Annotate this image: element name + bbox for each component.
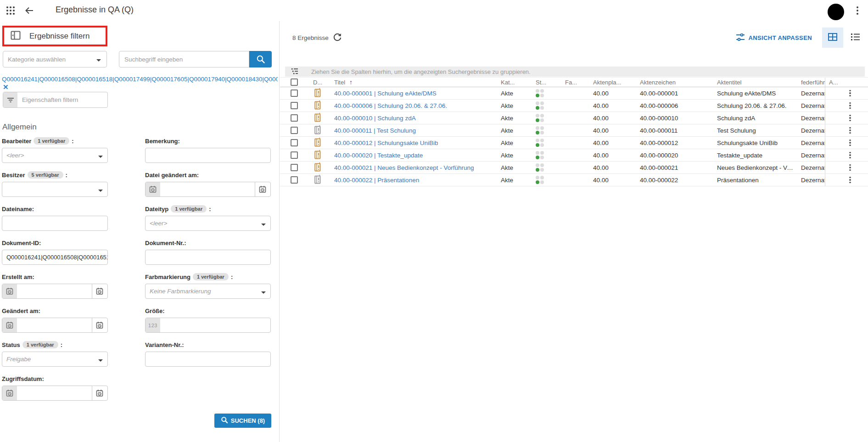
date-field[interactable] bbox=[145, 182, 271, 197]
overflow-menu-icon[interactable] bbox=[853, 5, 862, 16]
farbmarkierung-cell bbox=[561, 100, 589, 112]
row-checkbox-cell bbox=[280, 162, 308, 173]
row-menu-icon[interactable] bbox=[849, 90, 851, 97]
doc-type-cell bbox=[308, 137, 325, 149]
calendar-picker-button[interactable] bbox=[92, 386, 107, 400]
row-checkbox-cell bbox=[280, 137, 308, 149]
apps-grid-icon[interactable] bbox=[6, 6, 15, 15]
titel-cell: 40.00-000022 | Präsentationen bbox=[325, 174, 498, 186]
properties-filter-input[interactable]: Eigenschaften filtern bbox=[3, 92, 108, 108]
column-header-federfuehrend[interactable]: federführend bbox=[796, 78, 825, 87]
record-title-link[interactable]: 40.00-000010 | Schulung zdA bbox=[334, 115, 416, 122]
column-header-aktionen[interactable]: A... bbox=[825, 78, 868, 87]
actions-cell bbox=[825, 124, 868, 136]
column-header-aktentitel[interactable]: Aktentitel bbox=[711, 78, 796, 87]
column-header-status[interactable]: St... bbox=[531, 78, 561, 87]
record-title-link[interactable]: 40.00-000021 | Neues Bedienkonzept - Vor… bbox=[334, 164, 474, 171]
group-hint-text: Ziehen Sie die Spalten hierhin, um die a… bbox=[311, 68, 531, 75]
numeric-prefix: 123 bbox=[146, 318, 160, 332]
status-dots bbox=[536, 139, 544, 147]
filter-field-farbmarkierung: Farbmarkierung1 verfügbar:Keine Farbmark… bbox=[145, 273, 271, 299]
suchen-button[interactable]: SUCHEN (8) bbox=[214, 414, 271, 428]
number-field[interactable]: 123 bbox=[145, 318, 271, 333]
row-checkbox[interactable] bbox=[291, 90, 298, 97]
select-field[interactable] bbox=[2, 182, 108, 197]
category-select[interactable]: Kategorie auswählen bbox=[3, 51, 107, 67]
select-field[interactable]: <leer> bbox=[2, 148, 108, 163]
row-menu-icon[interactable] bbox=[849, 152, 851, 159]
select-field[interactable]: Freigabe bbox=[2, 352, 108, 367]
row-menu-icon[interactable] bbox=[849, 140, 851, 146]
date-field[interactable] bbox=[2, 386, 108, 401]
row-menu-icon[interactable] bbox=[849, 127, 851, 134]
field-label: Dateityp1 verfügbar: bbox=[145, 205, 271, 213]
row-menu-icon[interactable] bbox=[849, 115, 851, 122]
grid-view-toggle[interactable] bbox=[822, 28, 843, 48]
kategorie-cell: Akte bbox=[498, 100, 531, 112]
row-checkbox[interactable] bbox=[291, 114, 298, 122]
select-field[interactable]: Keine Farbmarkierung bbox=[145, 284, 271, 299]
field-label: Bearbeiter1 verfügbar: bbox=[2, 137, 108, 145]
filter-fields-right-column: Bemerkung:Datei geändert am:Dateityp1 ve… bbox=[145, 137, 271, 375]
record-title-link[interactable]: 40.00-000011 | Test Schulung bbox=[334, 127, 416, 134]
row-menu-icon[interactable] bbox=[849, 102, 851, 109]
select-field[interactable]: <leer> bbox=[145, 216, 271, 231]
row-menu-icon[interactable] bbox=[849, 177, 851, 184]
row-checkbox[interactable] bbox=[291, 164, 298, 171]
aktentitel-cell: Schulung eAkte/DMS bbox=[711, 87, 796, 99]
row-checkbox[interactable] bbox=[291, 139, 298, 146]
avatar[interactable] bbox=[828, 4, 844, 20]
row-menu-icon[interactable] bbox=[849, 164, 851, 171]
search-button[interactable] bbox=[249, 51, 272, 67]
row-checkbox[interactable] bbox=[291, 151, 298, 159]
back-arrow-icon[interactable] bbox=[24, 5, 35, 16]
text-field[interactable]: Q000016241|Q000016508|Q000016518| bbox=[2, 250, 108, 265]
table-header: D... Titel↑ Kat... St... Fa... Aktenpla.… bbox=[280, 77, 868, 87]
refresh-icon[interactable] bbox=[333, 32, 343, 42]
akte-binder-icon bbox=[313, 112, 322, 124]
group-by-dropzone[interactable]: Ziehen Sie die Spalten hierhin, um die a… bbox=[285, 67, 865, 77]
select-all-checkbox[interactable] bbox=[291, 78, 298, 86]
record-title-link[interactable]: 40.00-000022 | Präsentationen bbox=[334, 177, 419, 184]
column-header-fa[interactable]: Fa... bbox=[561, 78, 589, 87]
row-checkbox[interactable] bbox=[291, 176, 298, 184]
text-field[interactable] bbox=[145, 148, 271, 163]
column-header-aktenplan[interactable]: Aktenpla... bbox=[589, 78, 635, 87]
text-field[interactable] bbox=[145, 250, 271, 265]
farbmarkierung-cell bbox=[561, 162, 589, 173]
filter-field-größe: Größe:123 bbox=[145, 307, 271, 333]
text-field[interactable] bbox=[2, 216, 108, 231]
status-dots bbox=[536, 89, 544, 97]
date-field[interactable] bbox=[2, 318, 108, 333]
group-icon bbox=[291, 67, 298, 76]
text-field[interactable] bbox=[145, 352, 271, 367]
calendar-picker-button[interactable] bbox=[92, 284, 107, 298]
aktentitel-cell: Testakte_update bbox=[711, 149, 796, 161]
grid-view-icon bbox=[828, 33, 837, 43]
doc-type-cell bbox=[308, 112, 325, 124]
row-checkbox[interactable] bbox=[291, 127, 298, 134]
collapse-panel-icon[interactable] bbox=[10, 30, 21, 43]
record-title-link[interactable]: 40.00-000012 | Schulungsakte UniBib bbox=[334, 140, 438, 146]
chevron-down-icon bbox=[98, 151, 103, 160]
kategorie-cell: Akte bbox=[498, 174, 531, 186]
column-header-kategorie[interactable]: Kat... bbox=[498, 78, 531, 87]
column-header-titel[interactable]: Titel↑ bbox=[325, 78, 498, 87]
calendar-picker-button[interactable] bbox=[92, 318, 107, 332]
search-input[interactable]: Suchbegriff eingeben bbox=[119, 51, 249, 67]
aktenzeichen-cell: 40.00-000010 bbox=[635, 112, 711, 124]
calendar-picker-button[interactable] bbox=[255, 182, 270, 196]
date-field[interactable] bbox=[2, 284, 108, 299]
record-title-link[interactable]: 40.00-000006 | Schulung 20.06. & 27.06. bbox=[334, 102, 447, 109]
column-header-aktenzeichen[interactable]: Aktenzeichen bbox=[635, 78, 711, 87]
record-title-link[interactable]: 40.00-000020 | Testakte_update bbox=[334, 152, 423, 159]
column-header-dtype[interactable]: D... bbox=[308, 78, 325, 87]
record-title-link[interactable]: 40.00-000001 | Schulung eAkte/DMS bbox=[334, 90, 437, 97]
clear-filter-icon[interactable]: ✕ bbox=[3, 83, 9, 91]
field-label: Datei geändert am: bbox=[145, 171, 271, 179]
row-checkbox[interactable] bbox=[291, 102, 298, 109]
farbmarkierung-cell bbox=[561, 149, 589, 161]
customize-view-button[interactable]: ANSICHT ANPASSEN bbox=[736, 34, 812, 42]
table-row: 40.00-000020 | Testakte_updateAkte40.004… bbox=[280, 149, 868, 162]
list-view-toggle[interactable] bbox=[845, 28, 866, 48]
